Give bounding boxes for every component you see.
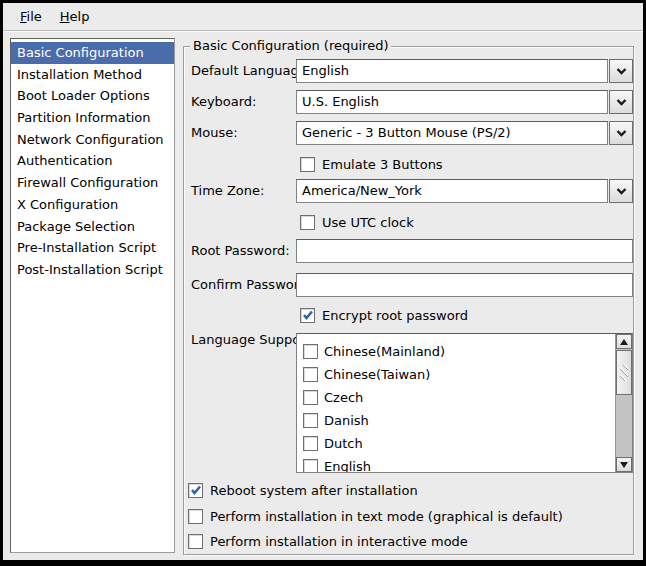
- root-password-label: Root Password:: [191, 239, 290, 263]
- keyboard-value: U.S. English: [296, 90, 608, 114]
- kickstart-configurator-window: File Help Basic Configuration Installati…: [0, 0, 646, 566]
- root-password-input[interactable]: [296, 239, 633, 263]
- language-option-label[interactable]: Chinese(Taiwan): [324, 367, 430, 382]
- mouse-dropdown-button[interactable]: [609, 121, 633, 145]
- keyboard-dropdown-button[interactable]: [609, 90, 633, 114]
- use-utc-clock-label[interactable]: Use UTC clock: [322, 215, 414, 230]
- interactive-mode-install-checkbox[interactable]: [188, 534, 203, 549]
- sidebar-item-x-configuration[interactable]: X Configuration: [11, 194, 174, 216]
- encrypt-root-password-label[interactable]: Encrypt root password: [322, 308, 468, 323]
- text-mode-install-row: Perform installation in text mode (graph…: [188, 508, 563, 524]
- chevron-down-icon: [616, 130, 627, 137]
- language-support-rows: Chinese(Mainland) Chinese(Taiwan) Czech: [297, 334, 615, 472]
- sidebar-item-partition-information[interactable]: Partition Information: [11, 107, 174, 129]
- sidebar-item-network-configuration[interactable]: Network Configuration: [11, 129, 174, 151]
- interactive-mode-install-label[interactable]: Perform installation in interactive mode: [210, 534, 468, 549]
- emulate-3-buttons-row: Emulate 3 Buttons: [300, 156, 443, 172]
- language-option-label[interactable]: Chinese(Mainland): [324, 344, 445, 359]
- reboot-after-install-label[interactable]: Reboot system after installation: [210, 483, 418, 498]
- frame-title: Basic Configuration (required): [190, 38, 391, 54]
- confirm-password-label: Confirm Password:: [191, 273, 311, 297]
- list-item[interactable]: Chinese(Mainland): [297, 340, 615, 363]
- menu-file-label: File: [20, 9, 42, 24]
- sidebar-item-firewall-configuration[interactable]: Firewall Configuration: [11, 172, 174, 194]
- use-utc-clock-row: Use UTC clock: [300, 214, 414, 230]
- language-option-label[interactable]: Czech: [324, 390, 363, 405]
- scroll-thumb[interactable]: [616, 350, 632, 395]
- checkmark-icon: [302, 309, 314, 321]
- list-item[interactable]: Chinese(Taiwan): [297, 363, 615, 386]
- mouse-select[interactable]: Generic - 3 Button Mouse (PS/2): [296, 121, 633, 145]
- reboot-after-install-row: Reboot system after installation: [188, 482, 418, 498]
- menu-help-label: Help: [60, 9, 90, 24]
- menu-file[interactable]: File: [11, 6, 51, 27]
- language-czech-checkbox[interactable]: [303, 390, 318, 405]
- time-zone-dropdown-button[interactable]: [609, 179, 633, 203]
- emulate-3-buttons-label[interactable]: Emulate 3 Buttons: [322, 157, 443, 172]
- language-dutch-checkbox[interactable]: [303, 436, 318, 451]
- list-item[interactable]: Dutch: [297, 432, 615, 455]
- language-chinese-taiwan-checkbox[interactable]: [303, 367, 318, 382]
- basic-configuration-frame: Default Language: English Keyboard: U.S.…: [183, 46, 634, 555]
- sidebar-list: Basic Configuration Installation Method …: [10, 38, 175, 553]
- arrow-down-icon: [620, 462, 628, 468]
- language-danish-checkbox[interactable]: [303, 413, 318, 428]
- chevron-down-icon: [616, 99, 627, 106]
- list-item[interactable]: Danish: [297, 409, 615, 432]
- sidebar-item-installation-method[interactable]: Installation Method: [11, 64, 174, 86]
- language-chinese-mainland-checkbox[interactable]: [303, 344, 318, 359]
- language-english-checkbox[interactable]: [303, 459, 318, 472]
- encrypt-root-password-checkbox[interactable]: [300, 308, 315, 323]
- default-language-select[interactable]: English: [296, 59, 633, 83]
- mouse-value: Generic - 3 Button Mouse (PS/2): [296, 121, 608, 145]
- chevron-down-icon: [616, 68, 627, 75]
- language-option-label[interactable]: Dutch: [324, 436, 363, 451]
- chevron-down-icon: [616, 188, 627, 195]
- default-language-dropdown-button[interactable]: [609, 59, 633, 83]
- default-language-label: Default Language:: [191, 59, 311, 83]
- scroll-down-button[interactable]: [616, 457, 632, 472]
- reboot-after-install-checkbox[interactable]: [188, 483, 203, 498]
- language-support-list: Chinese(Mainland) Chinese(Taiwan) Czech: [296, 333, 633, 473]
- list-item[interactable]: English: [297, 455, 615, 472]
- time-zone-select[interactable]: America/New_York: [296, 179, 633, 203]
- keyboard-label: Keyboard:: [191, 90, 257, 114]
- text-mode-install-label[interactable]: Perform installation in text mode (graph…: [210, 509, 563, 524]
- time-zone-value: America/New_York: [296, 179, 608, 203]
- use-utc-clock-checkbox[interactable]: [300, 215, 315, 230]
- scroll-up-button[interactable]: [616, 334, 632, 349]
- checkmark-icon: [190, 484, 202, 496]
- menubar: File Help: [3, 3, 643, 31]
- sidebar-item-post-installation-script[interactable]: Post-Installation Script: [11, 259, 174, 281]
- sidebar-item-package-selection[interactable]: Package Selection: [11, 216, 174, 238]
- sidebar-item-authentication[interactable]: Authentication: [11, 150, 174, 172]
- sidebar-item-pre-installation-script[interactable]: Pre-Installation Script: [11, 237, 174, 259]
- confirm-password-input[interactable]: [296, 273, 633, 297]
- arrow-up-icon: [620, 339, 628, 345]
- mouse-label: Mouse:: [191, 121, 238, 145]
- emulate-3-buttons-checkbox[interactable]: [300, 157, 315, 172]
- menu-help[interactable]: Help: [51, 6, 99, 27]
- interactive-mode-install-row: Perform installation in interactive mode: [188, 533, 468, 549]
- encrypt-root-password-row: Encrypt root password: [300, 307, 468, 323]
- list-item[interactable]: Czech: [297, 386, 615, 409]
- keyboard-select[interactable]: U.S. English: [296, 90, 633, 114]
- language-option-label[interactable]: Danish: [324, 413, 369, 428]
- sidebar-item-boot-loader-options[interactable]: Boot Loader Options: [11, 85, 174, 107]
- time-zone-label: Time Zone:: [191, 179, 264, 203]
- text-mode-install-checkbox[interactable]: [188, 509, 203, 524]
- default-language-value: English: [296, 59, 608, 83]
- sidebar-item-basic-configuration[interactable]: Basic Configuration: [11, 42, 174, 64]
- language-list-scrollbar[interactable]: [615, 334, 632, 472]
- language-option-label[interactable]: English: [324, 459, 371, 472]
